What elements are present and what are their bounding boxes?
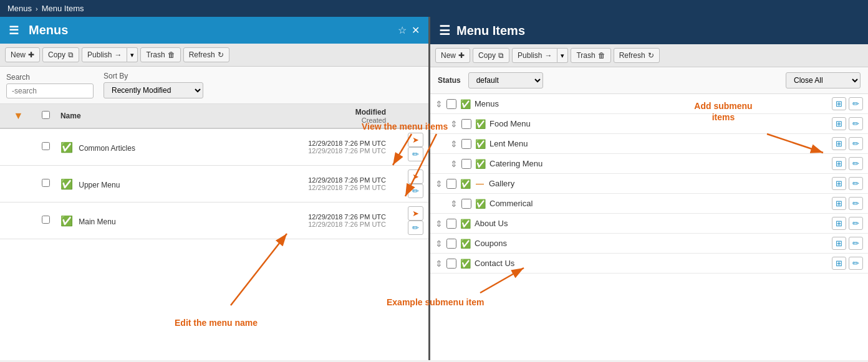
filter-th: ▼ xyxy=(0,104,37,128)
table-row: ✅ Upper Menu 12/29/2018 7:26 PM UTC 12/2… xyxy=(0,166,428,202)
row-view-button-2[interactable]: ➤ xyxy=(408,206,423,221)
mi-check-6[interactable] xyxy=(446,219,456,229)
drag-handle-5[interactable]: ⇕ xyxy=(450,199,458,209)
drag-handle-8[interactable]: ⇕ xyxy=(435,259,443,269)
mi-check-0[interactable] xyxy=(446,99,456,109)
modified-label: Modified xyxy=(234,108,387,117)
mi-edit-button-8[interactable]: ✏ xyxy=(849,257,863,270)
search-input[interactable] xyxy=(6,83,94,98)
list-item: ⇕ ✅ Coupons ⊞ ✏ xyxy=(430,234,868,254)
created-label: Created xyxy=(234,117,387,124)
right-trash-icon: 🗑 xyxy=(598,51,605,60)
publish-label: Publish xyxy=(87,50,112,59)
row-edit-button-2[interactable]: ✏ xyxy=(408,221,423,235)
mi-check-3[interactable] xyxy=(461,159,471,169)
mi-check-4[interactable] xyxy=(446,179,456,189)
mi-edit-button-2[interactable]: ✏ xyxy=(849,137,863,150)
mi-actions-4: ⊞ ✏ xyxy=(832,177,863,190)
mi-edit-button-0[interactable]: ✏ xyxy=(849,97,863,110)
modified-th[interactable]: Modified Created xyxy=(229,104,392,128)
drag-handle-3[interactable]: ⇕ xyxy=(450,159,458,169)
list-item: ⇕ ✅ Commerical ⊞ ✏ xyxy=(430,194,868,214)
row-check-0 xyxy=(37,128,55,166)
mi-check-1[interactable] xyxy=(461,119,471,129)
mi-edit-button-3[interactable]: ✏ xyxy=(849,157,863,170)
breadcrumb-home[interactable]: Menus xyxy=(7,4,32,13)
new-button[interactable]: New ✚ xyxy=(5,47,40,62)
right-refresh-icon: ↻ xyxy=(648,51,654,60)
mi-actions-0: ⊞ ✏ xyxy=(832,97,863,110)
mi-add-button-7[interactable]: ⊞ xyxy=(832,237,846,250)
publish-button[interactable]: Publish → xyxy=(82,47,127,62)
star-button[interactable]: ☆ xyxy=(398,24,407,36)
mi-edit-button-6[interactable]: ✏ xyxy=(849,217,863,230)
status-select[interactable]: default published unpublished xyxy=(468,72,543,88)
right-new-button[interactable]: New ✚ xyxy=(435,48,470,63)
mi-check-7[interactable] xyxy=(446,239,456,249)
mi-add-button-4[interactable]: ⊞ xyxy=(832,177,846,190)
mi-name-5: Commerical xyxy=(489,199,828,208)
mi-add-button-8[interactable]: ⊞ xyxy=(832,257,846,270)
row-check-2 xyxy=(37,202,55,239)
drag-handle-4[interactable]: ⇕ xyxy=(435,179,443,189)
select-all-checkbox[interactable] xyxy=(42,111,50,119)
drag-handle-7[interactable]: ⇕ xyxy=(435,239,443,249)
row-dates-1: 12/29/2018 7:26 PM UTC 12/29/2018 7:26 P… xyxy=(229,166,392,202)
mi-status-2: ✅ xyxy=(475,139,486,149)
main-container: ☰ Menus ☆ ✕ New ✚ Copy ⧉ xyxy=(0,17,868,360)
publish-group: Publish → ▾ xyxy=(82,47,138,62)
mi-edit-button-7[interactable]: ✏ xyxy=(849,237,863,250)
row-edit-button-0[interactable]: ✏ xyxy=(408,147,423,161)
mi-add-button-5[interactable]: ⊞ xyxy=(832,197,846,210)
mi-check-8[interactable] xyxy=(446,259,456,269)
row-view-button-0[interactable]: ➤ xyxy=(408,133,423,147)
sort-select[interactable]: Recently Modified Name Date Created xyxy=(104,82,203,98)
right-refresh-button[interactable]: Refresh ↻ xyxy=(614,48,660,63)
mi-add-button-1[interactable]: ⊞ xyxy=(832,117,846,130)
right-publish-dropdown[interactable]: ▾ xyxy=(557,48,568,63)
close-all-select[interactable]: Close All Open All xyxy=(786,72,861,88)
mi-edit-button-5[interactable]: ✏ xyxy=(849,197,863,210)
right-copy-button[interactable]: Copy ⧉ xyxy=(473,48,509,63)
right-publish-button[interactable]: Publish → xyxy=(512,48,557,63)
row-checkbox-0[interactable] xyxy=(42,142,50,150)
mi-edit-button-1[interactable]: ✏ xyxy=(849,117,863,130)
row-actions-0: ➤ ✏ xyxy=(391,128,428,166)
copy-button[interactable]: Copy ⧉ xyxy=(42,47,79,62)
sort-group: Sort By Recently Modified Name Date Crea… xyxy=(104,72,203,98)
actions-th xyxy=(391,104,428,128)
row-drag-2 xyxy=(0,202,37,239)
menu-items-list: ⇕ ✅ Menus ⊞ ✏ ⇕ ✅ Food Menu ⊞ ✏ ⇕ ✅ Lent xyxy=(430,94,868,360)
row-view-button-1[interactable]: ➤ xyxy=(408,169,423,184)
trash-button[interactable]: Trash 🗑 xyxy=(140,47,180,62)
mi-name-8: Contact Us xyxy=(475,259,828,268)
right-new-label: New xyxy=(441,51,456,60)
drag-handle-0[interactable]: ⇕ xyxy=(435,99,443,109)
name-th[interactable]: Name xyxy=(55,104,229,128)
publish-dropdown-button[interactable]: ▾ xyxy=(127,47,138,62)
right-hamburger-icon: ☰ xyxy=(439,23,450,38)
drag-handle-2[interactable]: ⇕ xyxy=(450,139,458,149)
row-name-1: ✅ Upper Menu xyxy=(55,166,229,202)
row-edit-button-1[interactable]: ✏ xyxy=(408,184,423,198)
refresh-button[interactable]: Refresh ↻ xyxy=(183,47,229,62)
list-item: ⇕ ✅ Contact Us ⊞ ✏ xyxy=(430,254,868,274)
mi-add-button-3[interactable]: ⊞ xyxy=(832,157,846,170)
mi-name-2: Lent Menu xyxy=(489,139,828,148)
mi-check-5[interactable] xyxy=(461,199,471,209)
list-item: ⇕ ✅ Menus ⊞ ✏ xyxy=(430,94,868,114)
right-trash-button[interactable]: Trash 🗑 xyxy=(571,48,610,63)
mi-edit-button-4[interactable]: ✏ xyxy=(849,177,863,190)
filter-icon[interactable]: ▼ xyxy=(14,110,24,121)
row-checkbox-1[interactable] xyxy=(42,179,50,187)
mi-add-button-0[interactable]: ⊞ xyxy=(832,97,846,110)
table-row: ✅ Common Articles 12/29/2018 7:26 PM UTC… xyxy=(0,128,428,166)
row-checkbox-2[interactable] xyxy=(42,216,50,224)
table-row: ✅ Main Menu 12/29/2018 7:26 PM UTC 12/29… xyxy=(0,202,428,239)
drag-handle-6[interactable]: ⇕ xyxy=(435,219,443,229)
mi-check-2[interactable] xyxy=(461,139,471,149)
mi-add-button-2[interactable]: ⊞ xyxy=(832,137,846,150)
mi-add-button-6[interactable]: ⊞ xyxy=(832,217,846,230)
drag-handle-1[interactable]: ⇕ xyxy=(450,119,458,129)
close-button[interactable]: ✕ xyxy=(412,24,420,36)
